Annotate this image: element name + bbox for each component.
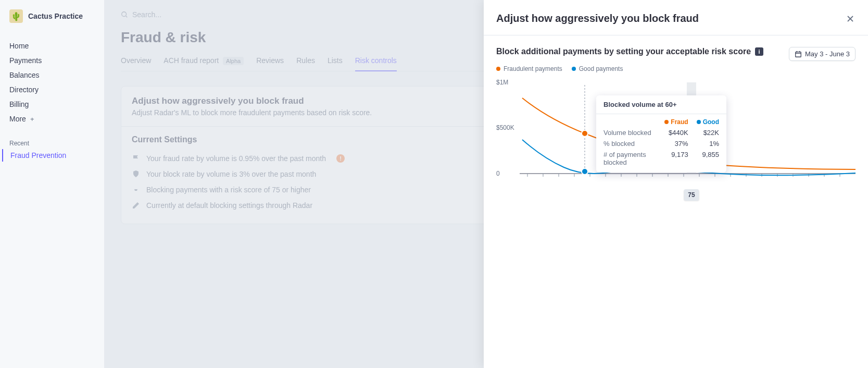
tab-risk-controls[interactable]: Risk controls	[355, 52, 397, 71]
tooltip-col-good: Good	[697, 118, 719, 126]
brand[interactable]: 🌵 Cactus Practice	[0, 9, 104, 33]
legend-fraud: Fraudulent payments	[496, 65, 562, 72]
tooltip-col-fraud: Fraud	[664, 118, 688, 126]
close-button[interactable]	[845, 14, 856, 24]
nav-billing[interactable]: Billing	[0, 97, 104, 112]
chart-tooltip: Blocked volume at 60+ Fraud Good Volume …	[596, 95, 726, 173]
setting-block-rate-text: Your block rate by volume is 3% over the…	[146, 170, 316, 178]
primary-nav: Home Payments Balances Directory Billing…	[0, 33, 104, 131]
tooltip-volume-good: $22K	[697, 129, 719, 137]
chart[interactable]: $1M $500K 0	[496, 80, 856, 200]
tab-ach-label: ACH fraud report	[163, 56, 219, 65]
calendar-icon	[795, 51, 802, 58]
search-placeholder: Search...	[132, 10, 161, 19]
recent-heading: Recent	[0, 131, 104, 149]
chart-legend: Fraudulent payments Good payments	[496, 65, 856, 72]
tooltip-count-good: 9,855	[697, 151, 719, 166]
legend-good: Good payments	[572, 65, 623, 72]
search-icon	[121, 11, 128, 18]
nav-payments[interactable]: Payments	[0, 53, 104, 68]
legend-fraud-label: Fraudulent payments	[504, 65, 562, 72]
tab-rules[interactable]: Rules	[296, 52, 315, 71]
brand-logo: 🌵	[9, 9, 23, 23]
svg-rect-4	[796, 52, 801, 57]
tab-ach-fraud-report[interactable]: ACH fraud report Alpha	[163, 52, 244, 71]
drawer-panel: Adjust how aggressively you block fraud …	[484, 0, 868, 368]
svg-point-0	[122, 12, 127, 17]
alpha-badge: Alpha	[223, 57, 244, 65]
tooltip-title: Blocked volume at 60+	[596, 95, 726, 114]
svg-point-33	[582, 168, 588, 175]
ytick-0: 0	[496, 170, 500, 177]
legend-dot-blue	[572, 67, 576, 71]
plus-icon: +	[30, 115, 34, 123]
ytick-1m: $1M	[496, 79, 508, 86]
brand-name: Cactus Practice	[28, 12, 83, 20]
nav-more-label: More	[9, 115, 26, 123]
pencil-icon	[132, 201, 140, 210]
tab-lists[interactable]: Lists	[328, 52, 343, 71]
legend-good-label: Good payments	[579, 65, 623, 72]
setting-default-text: Currently at default blocking settings t…	[146, 201, 312, 210]
svg-point-32	[582, 130, 588, 137]
slider-handle[interactable]: 75	[684, 189, 699, 201]
pin-icon	[132, 186, 140, 194]
tooltip-pct-fraud: 37%	[664, 140, 688, 148]
tooltip-count-fraud: 9,173	[664, 151, 688, 166]
nav-home[interactable]: Home	[0, 39, 104, 53]
nav-more[interactable]: More +	[0, 112, 104, 126]
info-icon[interactable]: i	[755, 47, 763, 56]
nav-balances[interactable]: Balances	[0, 68, 104, 82]
recent-item-fraud-prevention[interactable]: Fraud Prevention	[2, 149, 104, 162]
alert-icon: !	[336, 154, 345, 163]
tooltip-pct-good: 1%	[697, 140, 719, 148]
svg-line-1	[126, 16, 128, 18]
tooltip-volume-fraud: $440K	[664, 129, 688, 137]
date-range-button[interactable]: May 3 - June 3	[789, 47, 856, 61]
setting-risk-score-text: Blocking payments with a risk score of 7…	[146, 186, 311, 194]
shield-icon	[132, 170, 140, 178]
tooltip-row-volume-label: Volume blocked	[603, 129, 656, 137]
tab-overview[interactable]: Overview	[121, 52, 151, 71]
date-range-label: May 3 - June 3	[805, 50, 850, 58]
ytick-500k: $500K	[496, 124, 514, 131]
setting-fraud-rate-text: Your fraud rate by volume is 0.95% over …	[146, 154, 326, 163]
close-icon	[846, 15, 854, 23]
flag-icon	[132, 154, 140, 163]
chart-title: Block additional payments by setting you…	[496, 47, 751, 56]
tooltip-row-count-label: # of payments blocked	[603, 151, 656, 166]
risk-score-slider[interactable]: 75	[516, 189, 856, 202]
tab-reviews[interactable]: Reviews	[256, 52, 284, 71]
legend-dot-orange	[496, 67, 500, 71]
sidebar: 🌵 Cactus Practice Home Payments Balances…	[0, 0, 104, 368]
drawer-title: Adjust how aggressively you block fraud	[496, 13, 699, 24]
nav-directory[interactable]: Directory	[0, 82, 104, 97]
tooltip-row-pct-label: % blocked	[603, 140, 656, 148]
